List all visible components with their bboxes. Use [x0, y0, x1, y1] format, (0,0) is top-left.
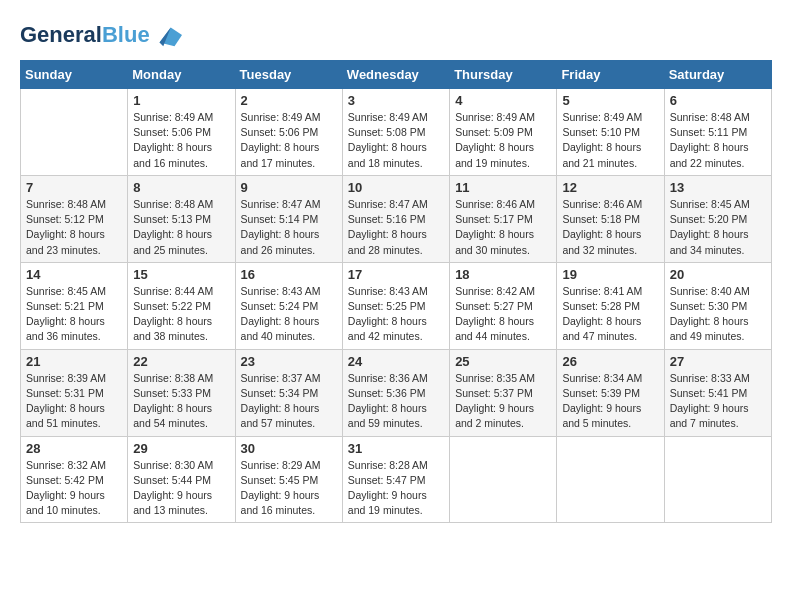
- calendar-cell: 6Sunrise: 8:48 AMSunset: 5:11 PMDaylight…: [664, 89, 771, 176]
- day-number: 18: [455, 267, 551, 282]
- day-info: Sunrise: 8:46 AMSunset: 5:18 PMDaylight:…: [562, 197, 658, 258]
- day-info: Sunrise: 8:35 AMSunset: 5:37 PMDaylight:…: [455, 371, 551, 432]
- day-number: 4: [455, 93, 551, 108]
- calendar-cell: 19Sunrise: 8:41 AMSunset: 5:28 PMDayligh…: [557, 262, 664, 349]
- calendar-cell: [450, 436, 557, 523]
- weekday-header: Thursday: [450, 61, 557, 89]
- day-number: 17: [348, 267, 444, 282]
- calendar-cell: 22Sunrise: 8:38 AMSunset: 5:33 PMDayligh…: [128, 349, 235, 436]
- day-info: Sunrise: 8:34 AMSunset: 5:39 PMDaylight:…: [562, 371, 658, 432]
- day-info: Sunrise: 8:39 AMSunset: 5:31 PMDaylight:…: [26, 371, 122, 432]
- calendar-cell: 24Sunrise: 8:36 AMSunset: 5:36 PMDayligh…: [342, 349, 449, 436]
- day-info: Sunrise: 8:41 AMSunset: 5:28 PMDaylight:…: [562, 284, 658, 345]
- calendar-cell: 17Sunrise: 8:43 AMSunset: 5:25 PMDayligh…: [342, 262, 449, 349]
- logo-icon: [152, 20, 182, 50]
- day-info: Sunrise: 8:45 AMSunset: 5:20 PMDaylight:…: [670, 197, 766, 258]
- day-number: 6: [670, 93, 766, 108]
- day-info: Sunrise: 8:48 AMSunset: 5:13 PMDaylight:…: [133, 197, 229, 258]
- calendar-cell: 13Sunrise: 8:45 AMSunset: 5:20 PMDayligh…: [664, 175, 771, 262]
- day-number: 28: [26, 441, 122, 456]
- weekday-header: Sunday: [21, 61, 128, 89]
- calendar-week-row: 7Sunrise: 8:48 AMSunset: 5:12 PMDaylight…: [21, 175, 772, 262]
- day-info: Sunrise: 8:36 AMSunset: 5:36 PMDaylight:…: [348, 371, 444, 432]
- day-number: 15: [133, 267, 229, 282]
- day-info: Sunrise: 8:48 AMSunset: 5:12 PMDaylight:…: [26, 197, 122, 258]
- calendar-week-row: 14Sunrise: 8:45 AMSunset: 5:21 PMDayligh…: [21, 262, 772, 349]
- day-number: 26: [562, 354, 658, 369]
- day-number: 24: [348, 354, 444, 369]
- calendar-cell: 11Sunrise: 8:46 AMSunset: 5:17 PMDayligh…: [450, 175, 557, 262]
- day-number: 9: [241, 180, 337, 195]
- day-number: 11: [455, 180, 551, 195]
- day-number: 21: [26, 354, 122, 369]
- day-info: Sunrise: 8:47 AMSunset: 5:14 PMDaylight:…: [241, 197, 337, 258]
- day-info: Sunrise: 8:43 AMSunset: 5:24 PMDaylight:…: [241, 284, 337, 345]
- day-number: 7: [26, 180, 122, 195]
- weekday-header: Wednesday: [342, 61, 449, 89]
- day-number: 3: [348, 93, 444, 108]
- calendar-cell: 16Sunrise: 8:43 AMSunset: 5:24 PMDayligh…: [235, 262, 342, 349]
- calendar-cell: 5Sunrise: 8:49 AMSunset: 5:10 PMDaylight…: [557, 89, 664, 176]
- weekday-header-row: SundayMondayTuesdayWednesdayThursdayFrid…: [21, 61, 772, 89]
- calendar-cell: 3Sunrise: 8:49 AMSunset: 5:08 PMDaylight…: [342, 89, 449, 176]
- day-info: Sunrise: 8:45 AMSunset: 5:21 PMDaylight:…: [26, 284, 122, 345]
- calendar-cell: 21Sunrise: 8:39 AMSunset: 5:31 PMDayligh…: [21, 349, 128, 436]
- day-number: 16: [241, 267, 337, 282]
- calendar-cell: 26Sunrise: 8:34 AMSunset: 5:39 PMDayligh…: [557, 349, 664, 436]
- calendar-cell: 30Sunrise: 8:29 AMSunset: 5:45 PMDayligh…: [235, 436, 342, 523]
- day-number: 22: [133, 354, 229, 369]
- day-info: Sunrise: 8:49 AMSunset: 5:10 PMDaylight:…: [562, 110, 658, 171]
- day-info: Sunrise: 8:30 AMSunset: 5:44 PMDaylight:…: [133, 458, 229, 519]
- day-number: 12: [562, 180, 658, 195]
- calendar-cell: 31Sunrise: 8:28 AMSunset: 5:47 PMDayligh…: [342, 436, 449, 523]
- page-header: GeneralBlue: [20, 20, 772, 50]
- calendar-week-row: 28Sunrise: 8:32 AMSunset: 5:42 PMDayligh…: [21, 436, 772, 523]
- day-info: Sunrise: 8:49 AMSunset: 5:06 PMDaylight:…: [241, 110, 337, 171]
- day-number: 19: [562, 267, 658, 282]
- day-info: Sunrise: 8:37 AMSunset: 5:34 PMDaylight:…: [241, 371, 337, 432]
- day-info: Sunrise: 8:33 AMSunset: 5:41 PMDaylight:…: [670, 371, 766, 432]
- calendar-week-row: 1Sunrise: 8:49 AMSunset: 5:06 PMDaylight…: [21, 89, 772, 176]
- calendar-cell: 27Sunrise: 8:33 AMSunset: 5:41 PMDayligh…: [664, 349, 771, 436]
- day-number: 13: [670, 180, 766, 195]
- weekday-header: Saturday: [664, 61, 771, 89]
- logo: GeneralBlue: [20, 20, 182, 50]
- day-number: 25: [455, 354, 551, 369]
- day-info: Sunrise: 8:49 AMSunset: 5:08 PMDaylight:…: [348, 110, 444, 171]
- weekday-header: Monday: [128, 61, 235, 89]
- day-info: Sunrise: 8:49 AMSunset: 5:06 PMDaylight:…: [133, 110, 229, 171]
- calendar-cell: 4Sunrise: 8:49 AMSunset: 5:09 PMDaylight…: [450, 89, 557, 176]
- day-info: Sunrise: 8:29 AMSunset: 5:45 PMDaylight:…: [241, 458, 337, 519]
- day-number: 27: [670, 354, 766, 369]
- calendar-cell: [557, 436, 664, 523]
- calendar-cell: 7Sunrise: 8:48 AMSunset: 5:12 PMDaylight…: [21, 175, 128, 262]
- calendar-cell: 8Sunrise: 8:48 AMSunset: 5:13 PMDaylight…: [128, 175, 235, 262]
- calendar-cell: [21, 89, 128, 176]
- day-info: Sunrise: 8:38 AMSunset: 5:33 PMDaylight:…: [133, 371, 229, 432]
- weekday-header: Tuesday: [235, 61, 342, 89]
- day-number: 23: [241, 354, 337, 369]
- day-info: Sunrise: 8:32 AMSunset: 5:42 PMDaylight:…: [26, 458, 122, 519]
- day-info: Sunrise: 8:43 AMSunset: 5:25 PMDaylight:…: [348, 284, 444, 345]
- day-number: 31: [348, 441, 444, 456]
- calendar-cell: 15Sunrise: 8:44 AMSunset: 5:22 PMDayligh…: [128, 262, 235, 349]
- calendar-cell: 12Sunrise: 8:46 AMSunset: 5:18 PMDayligh…: [557, 175, 664, 262]
- calendar-cell: [664, 436, 771, 523]
- day-info: Sunrise: 8:40 AMSunset: 5:30 PMDaylight:…: [670, 284, 766, 345]
- calendar-cell: 25Sunrise: 8:35 AMSunset: 5:37 PMDayligh…: [450, 349, 557, 436]
- calendar-cell: 1Sunrise: 8:49 AMSunset: 5:06 PMDaylight…: [128, 89, 235, 176]
- calendar-week-row: 21Sunrise: 8:39 AMSunset: 5:31 PMDayligh…: [21, 349, 772, 436]
- weekday-header: Friday: [557, 61, 664, 89]
- calendar-cell: 20Sunrise: 8:40 AMSunset: 5:30 PMDayligh…: [664, 262, 771, 349]
- logo-text: GeneralBlue: [20, 23, 150, 47]
- day-number: 5: [562, 93, 658, 108]
- calendar-cell: 23Sunrise: 8:37 AMSunset: 5:34 PMDayligh…: [235, 349, 342, 436]
- day-number: 1: [133, 93, 229, 108]
- calendar-cell: 29Sunrise: 8:30 AMSunset: 5:44 PMDayligh…: [128, 436, 235, 523]
- calendar-cell: 14Sunrise: 8:45 AMSunset: 5:21 PMDayligh…: [21, 262, 128, 349]
- day-info: Sunrise: 8:48 AMSunset: 5:11 PMDaylight:…: [670, 110, 766, 171]
- day-number: 29: [133, 441, 229, 456]
- day-info: Sunrise: 8:46 AMSunset: 5:17 PMDaylight:…: [455, 197, 551, 258]
- calendar-cell: 9Sunrise: 8:47 AMSunset: 5:14 PMDaylight…: [235, 175, 342, 262]
- calendar-cell: 18Sunrise: 8:42 AMSunset: 5:27 PMDayligh…: [450, 262, 557, 349]
